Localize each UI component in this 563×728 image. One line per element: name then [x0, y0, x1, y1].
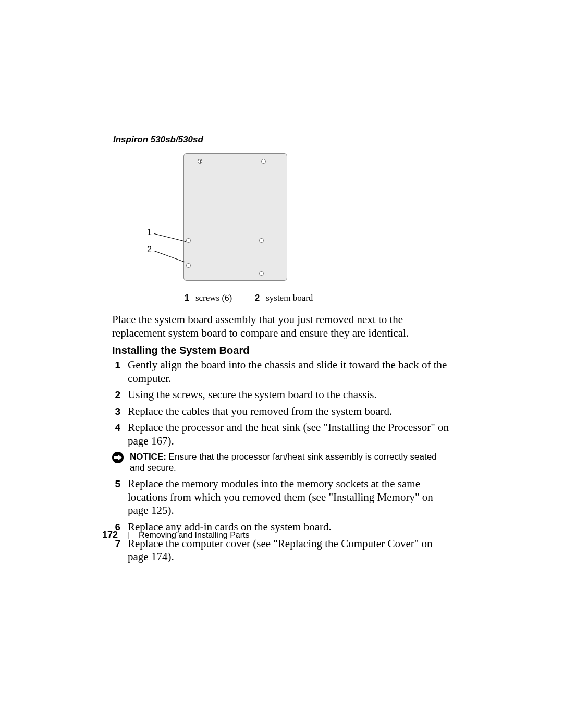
page-number: 172	[102, 529, 118, 540]
notice-label: NOTICE:	[130, 452, 166, 462]
step-number: 7	[112, 537, 120, 564]
step-text: Replace the processor and the heat sink …	[128, 421, 454, 448]
diagram-legend: 1 screws (6) 2 system board	[185, 293, 313, 303]
footer-section-name: Removing and Installing Parts	[139, 530, 250, 540]
list-item: 7 Replace the computer cover (see "Repla…	[112, 537, 454, 564]
screw-icon	[198, 159, 202, 164]
diagram-callout-2: 2	[147, 245, 152, 254]
leader-line	[154, 233, 186, 242]
list-item: 3 Replace the cables that you removed fr…	[112, 405, 454, 418]
diagram-callout-1: 1	[147, 228, 152, 237]
notice-arrow-icon	[112, 452, 124, 463]
screw-icon	[186, 238, 191, 243]
legend-number: 1	[185, 293, 189, 303]
screw-icon	[261, 159, 266, 164]
manual-page: Inspiron 530sb/530sd 1 2 1 screws (6) 2 …	[0, 0, 563, 728]
list-item: 2 Using the screws, secure the system bo…	[112, 388, 454, 402]
screw-icon	[259, 271, 264, 276]
step-number: 3	[112, 405, 120, 418]
screw-icon	[259, 238, 264, 243]
leader-line	[154, 251, 185, 262]
footer-divider: |	[127, 530, 129, 539]
step-text: Replace the cables that you removed from…	[128, 405, 454, 418]
list-item: 1 Gently align the board into the chassi…	[112, 359, 454, 385]
list-item: 4 Replace the processor and the heat sin…	[112, 421, 454, 448]
step-text: Using the screws, secure the system boar…	[128, 388, 454, 402]
step-text: Replace the computer cover (see "Replaci…	[128, 537, 454, 564]
step-number: 5	[112, 477, 120, 517]
step-text: Gently align the board into the chassis …	[128, 359, 454, 385]
step-text: Replace the memory modules into the memo…	[128, 477, 454, 517]
legend-text: system board	[266, 293, 313, 303]
intro-paragraph: Place the system board assembly that you…	[112, 313, 451, 340]
step-number: 4	[112, 421, 120, 448]
step-number: 1	[112, 359, 120, 385]
step-number: 2	[112, 388, 120, 402]
notice-text: NOTICE: Ensure that the processor fan/he…	[130, 451, 454, 474]
notice-body: Ensure that the processor fan/heat sink …	[130, 452, 437, 473]
system-board-diagram	[183, 153, 287, 281]
page-footer: 172 | Removing and Installing Parts	[102, 529, 250, 540]
screw-icon	[186, 263, 191, 268]
model-header: Inspiron 530sb/530sd	[113, 134, 203, 145]
legend-number: 2	[255, 293, 260, 303]
notice-callout: NOTICE: Ensure that the processor fan/he…	[112, 451, 454, 474]
legend-text: screws (6)	[195, 293, 232, 303]
section-heading: Installing the System Board	[112, 344, 249, 356]
list-item: 5 Replace the memory modules into the me…	[112, 477, 454, 517]
